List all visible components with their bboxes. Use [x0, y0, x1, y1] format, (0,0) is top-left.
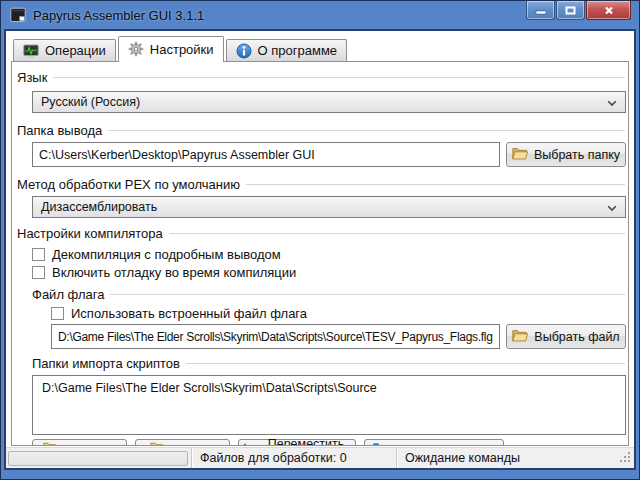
minimize-icon — [535, 3, 547, 18]
folder-plus-icon — [40, 442, 57, 446]
close-button[interactable] — [586, 1, 631, 20]
output-folder-input[interactable] — [32, 142, 500, 167]
close-icon — [604, 3, 614, 18]
add-folder-button[interactable]: Добавить — [32, 439, 127, 446]
pex-method-selected-value: Дизассемблировать — [41, 200, 607, 214]
checkbox-label: Декомпиляция с подробным выводом — [52, 247, 281, 262]
files-count-text: Файлов для обработки: 0 — [192, 451, 396, 465]
arrow-up-icon — [239, 443, 251, 447]
gear-icon — [128, 41, 144, 57]
checkbox-label: Включить отладку во время компиляции — [52, 265, 296, 280]
move-down-button[interactable]: Переместить ниже — [364, 439, 504, 446]
info-icon — [236, 43, 252, 59]
group-divider — [186, 363, 625, 364]
maximize-button[interactable] — [556, 1, 585, 20]
tab-label: Настройки — [150, 42, 214, 57]
monitor-pulse-icon — [23, 43, 39, 59]
checkbox-label: Использовать встроенный файл флага — [71, 306, 307, 321]
group-divider — [169, 233, 625, 234]
checkbox-box[interactable] — [32, 266, 45, 279]
group-divider — [110, 294, 625, 295]
remove-folder-button[interactable]: Удалить — [135, 439, 230, 446]
browse-file-label: Выбрать файл — [534, 330, 619, 344]
tab-label: О программе — [258, 43, 338, 58]
status-bar: Файлов для обработки: 0 Ожидание команды — [6, 447, 634, 468]
window-title: Papyrus Assembler GUI 3.1.1 — [33, 8, 204, 23]
flag-file-input[interactable] — [51, 324, 500, 349]
output-folder-group-label: Папка вывода — [17, 123, 102, 138]
browse-output-folder-button[interactable]: Выбрать папку — [506, 142, 626, 167]
checkbox-builtin-flag-file[interactable]: Использовать встроенный файл флага — [51, 306, 626, 321]
progress-bar — [8, 451, 188, 466]
flag-file-group-label: Файл флага — [32, 287, 104, 302]
arrow-down-icon — [370, 443, 382, 447]
resize-grip-icon[interactable] — [620, 452, 631, 466]
maximize-icon — [565, 3, 576, 18]
console-window-icon — [10, 7, 26, 23]
move-down-label: Переместить ниже — [388, 444, 497, 446]
language-select[interactable]: Русский (Россия) — [32, 91, 626, 113]
tab-about[interactable]: О программе — [226, 39, 348, 61]
folder-minus-icon — [147, 442, 164, 446]
import-folder-actions: Добавить Удалить — [32, 439, 626, 446]
client-area: Операции Настройки — [4, 29, 636, 470]
app-window: Papyrus Assembler GUI 3.1.1 — [0, 0, 640, 480]
tab-operations[interactable]: Операции — [13, 39, 116, 61]
list-item[interactable]: D:\Game Files\The Elder Scrolls\Skyrim\D… — [33, 376, 625, 397]
checkbox-debug-compile[interactable]: Включить отладку во время компиляции — [32, 265, 626, 280]
tab-settings[interactable]: Настройки — [118, 36, 224, 62]
checkbox-box[interactable] — [51, 307, 64, 320]
group-divider — [53, 77, 625, 78]
open-folder-icon — [512, 329, 528, 345]
status-message-text: Ожидание команды — [397, 451, 620, 465]
compiler-group-label: Настройки компилятора — [17, 226, 163, 241]
pex-method-group-label: Метод обработки PEX по умолчанию — [17, 177, 240, 192]
checkbox-box[interactable] — [32, 248, 45, 261]
language-selected-value: Русский (Россия) — [41, 95, 607, 109]
titlebar[interactable]: Papyrus Assembler GUI 3.1.1 — [1, 1, 639, 29]
import-folders-list[interactable]: D:\Game Files\The Elder Scrolls\Skyrim\D… — [32, 375, 626, 435]
chevron-down-icon — [607, 200, 617, 215]
import-folders-group-label: Папки импорта скриптов — [32, 356, 180, 371]
minimize-button[interactable] — [526, 1, 555, 20]
browse-flag-file-button[interactable]: Выбрать файл — [506, 324, 626, 349]
tab-label: Операции — [45, 43, 106, 58]
checkbox-verbose-decompile[interactable]: Декомпиляция с подробным выводом — [32, 247, 626, 262]
chevron-down-icon — [607, 95, 617, 110]
open-folder-icon — [512, 147, 528, 163]
group-divider — [108, 130, 625, 131]
move-up-label: Переместить выше — [257, 437, 355, 446]
language-group-label: Язык — [17, 70, 47, 85]
settings-panel: Язык Русский (Россия) Папка вывода — [11, 61, 629, 446]
group-divider — [246, 184, 625, 185]
browse-folder-label: Выбрать папку — [534, 148, 620, 162]
tab-bar: Операции Настройки — [6, 35, 634, 61]
add-folder-label: Добавить — [63, 444, 118, 446]
move-up-button[interactable]: Переместить выше — [238, 439, 356, 446]
window-controls — [525, 1, 631, 20]
remove-folder-label: Удалить — [170, 444, 218, 446]
pex-method-select[interactable]: Дизассемблировать — [32, 196, 626, 218]
